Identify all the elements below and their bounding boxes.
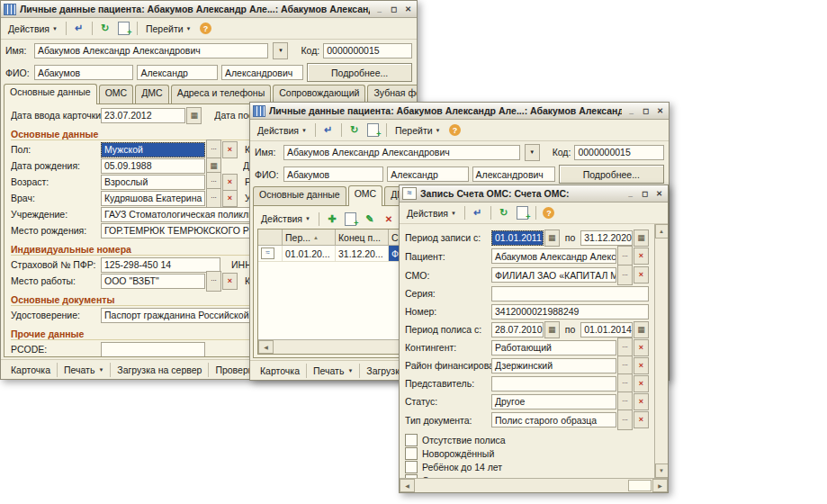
patient-name-combo[interactable]: Абакумов Александр Александрович xyxy=(283,145,520,160)
minimize-button[interactable]: _ xyxy=(625,188,636,199)
surname-field[interactable]: Абакумов xyxy=(34,65,133,80)
scrollbar-thumb[interactable] xyxy=(628,480,652,491)
close-button[interactable]: ✕ xyxy=(402,4,414,14)
calendar-icon[interactable]: ▦ xyxy=(634,321,649,338)
titlebar[interactable]: Личные данные пациента: Абакумов Алексан… xyxy=(1,1,417,18)
calendar-icon[interactable]: ▦ xyxy=(544,230,560,247)
sex-field[interactable]: Мужской xyxy=(101,142,205,158)
details-button[interactable]: Подробнее... xyxy=(307,63,412,82)
clear-icon[interactable]: × xyxy=(634,393,649,410)
scroll-down-icon[interactable]: ▼ xyxy=(655,464,669,478)
patient-ref-field[interactable]: Абакумов Александр Александрович xyxy=(491,248,616,264)
vertical-scrollbar[interactable]: ▲ ▼ xyxy=(654,224,668,478)
code-field[interactable]: 0000000015 xyxy=(323,43,412,58)
refresh-icon[interactable]: ↻ xyxy=(346,123,363,138)
save-close-icon[interactable]: ↵ xyxy=(320,123,337,138)
patronymic-field[interactable]: Александрович xyxy=(472,166,555,182)
upload-server-button[interactable]: Загрузка на сервер xyxy=(111,363,209,377)
representative-field[interactable] xyxy=(491,376,616,392)
new-document-icon[interactable]: + xyxy=(515,206,531,220)
status-field[interactable]: Другое xyxy=(491,394,616,410)
clear-icon[interactable]: × xyxy=(634,339,649,356)
no-policy-checkbox-row[interactable]: Отсутствие полиса xyxy=(405,433,649,446)
print-button[interactable]: Печать ▼ xyxy=(58,363,111,377)
maximize-button[interactable]: ◻ xyxy=(388,4,400,14)
goto-menu[interactable]: Перейти ▼ xyxy=(391,123,445,138)
save-close-icon[interactable]: ↵ xyxy=(71,22,87,36)
firstname-field[interactable]: Александр xyxy=(387,166,468,182)
titlebar[interactable]: ≈ Запись Счета ОМС: Счета ОМС: _ ◻ ✕ xyxy=(400,185,668,202)
period-end-cell[interactable]: 31.12.20... xyxy=(336,246,389,261)
help-icon[interactable]: ? xyxy=(447,123,463,138)
patronymic-field[interactable]: Александрович xyxy=(221,65,303,80)
add-icon[interactable]: ✚ xyxy=(324,212,340,226)
titlebar[interactable]: Личные данные пациента: Абакумов Алексан… xyxy=(250,103,669,120)
scroll-right-icon[interactable]: ▶ xyxy=(652,479,668,492)
smo-ref-field[interactable]: ФИЛИАЛ ЗАО «КАПИТАЛ МЕДИЦИНС xyxy=(491,267,616,283)
refresh-icon[interactable]: ↻ xyxy=(496,206,512,220)
period-end-column-header[interactable]: Конец п... xyxy=(336,230,389,245)
period-start-column-header[interactable]: Пер... ▲ xyxy=(283,230,336,245)
contingent-field[interactable]: Работающий xyxy=(491,340,616,356)
age-field[interactable]: Взрослый xyxy=(101,175,205,190)
code-field[interactable]: 0000000015 xyxy=(574,145,664,160)
print-button[interactable]: Печать ▼ xyxy=(307,364,360,378)
workplace-field[interactable]: ООО "ВЗБТ" xyxy=(101,274,205,289)
clear-icon[interactable]: × xyxy=(634,266,649,284)
pick-icon[interactable]: ... xyxy=(617,410,633,430)
actions-menu[interactable]: Действия ▼ xyxy=(257,212,314,226)
minimize-button[interactable]: _ xyxy=(625,105,637,116)
period-start-cell[interactable]: 01.01.20... xyxy=(283,246,336,261)
copy-icon[interactable]: + xyxy=(343,212,359,226)
checkbox-icon[interactable] xyxy=(405,434,418,446)
record-period-from-field[interactable]: 01.01.2011 xyxy=(491,230,544,246)
tab-oms[interactable]: ОМС xyxy=(348,185,383,206)
marker-column-header[interactable] xyxy=(258,230,283,245)
tab-dental[interactable]: Зубная формула xyxy=(367,85,418,104)
pcode-field[interactable] xyxy=(101,342,205,357)
tab-main-data[interactable]: Основные данные xyxy=(4,84,97,104)
record-period-to-field[interactable]: 31.12.2020 xyxy=(580,230,633,246)
delete-icon[interactable]: ✕ xyxy=(381,212,397,226)
checkbox-icon[interactable] xyxy=(405,461,418,473)
child-under-14-checkbox-row[interactable]: Ребёнок до 14 лет xyxy=(405,460,649,473)
pick-icon[interactable]: ... xyxy=(617,265,633,285)
card-button[interactable]: Карточка xyxy=(4,363,58,377)
calendar-icon[interactable]: ▦ xyxy=(186,107,202,124)
scroll-left-icon[interactable]: ◀ xyxy=(258,340,274,354)
edit-icon[interactable]: ✎ xyxy=(362,212,378,226)
close-button[interactable]: ✕ xyxy=(654,105,666,116)
clear-icon[interactable]: × xyxy=(222,273,238,290)
help-icon[interactable]: ? xyxy=(198,22,214,36)
actions-menu[interactable]: Действия ▼ xyxy=(4,22,61,36)
details-button[interactable]: Подробнее... xyxy=(559,165,664,184)
new-document-icon[interactable]: + xyxy=(365,123,382,138)
help-icon[interactable]: ? xyxy=(541,206,557,220)
clear-icon[interactable]: × xyxy=(634,411,649,428)
refresh-icon[interactable]: ↻ xyxy=(97,22,113,36)
clear-icon[interactable]: × xyxy=(634,248,649,265)
actions-menu[interactable]: Действия ▼ xyxy=(403,206,460,220)
card-date-field[interactable]: 23.07.2012 xyxy=(101,108,185,123)
surname-field[interactable]: Абакумов xyxy=(283,166,383,182)
policy-to-field[interactable]: 01.01.2014 xyxy=(580,322,633,338)
clear-icon[interactable]: × xyxy=(634,375,649,392)
clear-icon[interactable]: × xyxy=(634,357,649,374)
scroll-up-icon[interactable]: ▲ xyxy=(655,224,669,238)
tab-main-data[interactable]: Основные данные xyxy=(253,186,346,205)
tab-dms[interactable]: ДМС xyxy=(135,85,168,104)
calendar-icon[interactable]: ▦ xyxy=(544,321,560,338)
actions-menu[interactable]: Действия ▼ xyxy=(254,123,310,138)
calendar-icon[interactable]: ▦ xyxy=(634,230,649,247)
series-field[interactable] xyxy=(491,286,649,302)
pick-icon[interactable]: ... xyxy=(206,271,221,292)
combo-arrow-icon[interactable]: ▼ xyxy=(273,42,288,59)
newborn-checkbox-row[interactable]: Новорождённый xyxy=(405,446,649,460)
maximize-button[interactable]: ◻ xyxy=(639,188,651,199)
close-button[interactable]: ✕ xyxy=(653,188,665,199)
checkbox-icon[interactable] xyxy=(405,447,418,460)
patient-name-combo[interactable]: Абакумов Александр Александрович xyxy=(34,43,268,58)
birth-date-field[interactable]: 05.09.1988 xyxy=(101,158,205,174)
minimize-button[interactable]: _ xyxy=(373,4,385,14)
policy-from-field[interactable]: 28.07.2010 xyxy=(491,322,544,338)
